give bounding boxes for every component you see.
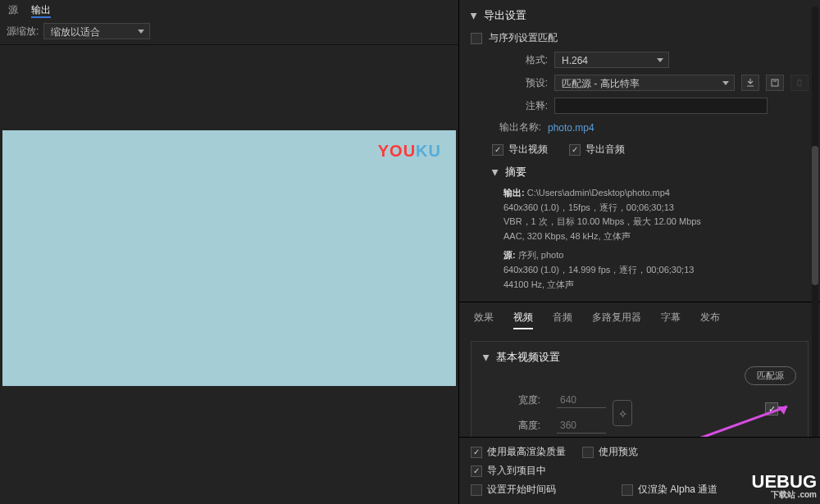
chevron-down-icon: ▶ [482,354,491,361]
match-sequence-row: 与序列设置匹配 [459,28,820,48]
use-preview-checkbox[interactable] [582,447,594,458]
export-audio-checkbox[interactable] [569,144,581,156]
export-av-row: 导出视频 导出音频 [459,138,820,161]
import-project-label: 导入到项目中 [487,464,546,478]
width-label: 宽度: [483,393,540,407]
chevron-down-icon: ▶ [470,12,479,19]
preset-select[interactable]: 匹配源 - 高比特率 [554,75,735,91]
format-select[interactable]: H.264 [554,52,669,68]
export-video-checkbox[interactable] [492,144,503,156]
comment-input[interactable] [554,98,768,114]
chevron-down-icon: ▶ [491,169,500,175]
settings-tabs: 效果 视频 音频 多路复用器 字幕 发布 [459,302,820,334]
preview-frame: YOUKU [2,130,456,386]
scrollbar[interactable] [812,7,818,465]
match-sequence-label: 与序列设置匹配 [489,31,558,45]
zoom-row: 源缩放: 缩放以适合 [0,18,458,45]
import-preset-icon[interactable] [766,75,784,91]
tab-mux[interactable]: 多路复用器 [592,311,641,329]
preset-row: 预设: 匹配源 - 高比特率 [459,71,820,94]
export-panel: ▶ 导出设置 与序列设置匹配 格式: H.264 预设: 匹配源 - 高比特率 [459,0,820,504]
tab-source[interactable]: 源 [8,3,18,18]
height-input[interactable]: 360 [557,418,606,434]
zoom-label: 源缩放: [7,25,39,39]
svg-rect-0 [772,79,778,86]
output-name-link[interactable]: photo.mp4 [548,122,594,134]
comment-label: 注释: [508,99,548,113]
start-tc-checkbox[interactable] [471,484,482,496]
format-row: 格式: H.264 [459,48,820,71]
delete-preset-icon [790,75,809,91]
basic-video-title: 基本视频设置 [496,350,560,365]
zoom-select[interactable]: 缩放以适合 [43,23,150,39]
start-tc-label: 设置开始时间码 [487,483,556,497]
dimensions-match-checkbox[interactable] [765,402,778,415]
tab-video[interactable]: 视频 [513,311,533,329]
export-settings-header[interactable]: ▶ 导出设置 [459,0,820,28]
bottom-options: 使用最高渲染质量 使用预览 导入到项目中 设置开始时间码 [459,437,820,504]
tab-effects[interactable]: 效果 [474,311,494,329]
max-render-checkbox[interactable] [471,447,482,458]
preset-label: 预设: [508,76,548,90]
tab-caption[interactable]: 字幕 [661,311,681,329]
youku-watermark: YOUKU [378,142,441,161]
output-name-row: 输出名称: photo.mp4 [459,117,820,138]
output-name-label: 输出名称: [494,120,541,134]
tab-output[interactable]: 输出 [31,3,51,18]
alpha-only-checkbox[interactable] [622,484,633,496]
width-input[interactable]: 640 [557,393,606,408]
summary-header[interactable]: ▶ 摘要 [459,161,820,184]
preview-area: YOUKU [0,45,458,504]
source-panel: 源 输出 源缩放: 缩放以适合 YOUKU [0,0,459,504]
summary-source: 源: 序列, photo 640x360 (1.0)，14.999 fps，逐行… [459,247,820,295]
height-label: 高度: [483,419,540,433]
tab-publish[interactable]: 发布 [700,311,720,329]
use-preview-label: 使用预览 [599,445,638,459]
export-audio-label: 导出音频 [585,143,625,157]
comment-row: 注释: [459,94,820,117]
match-sequence-checkbox[interactable] [471,33,482,44]
match-source-button[interactable]: 匹配源 [745,366,796,385]
export-video-label: 导出视频 [508,143,548,157]
format-label: 格式: [508,53,548,67]
max-render-label: 使用最高渲染质量 [487,445,566,459]
save-preset-icon[interactable] [741,75,759,91]
tab-audio[interactable]: 音频 [553,311,572,329]
link-dimensions-icon[interactable]: ⟡ [613,400,632,426]
source-tabs: 源 输出 [0,0,458,18]
alpha-only-label: 仅渲染 Alpha 通道 [638,483,718,497]
import-project-checkbox[interactable] [471,465,482,477]
summary-output: 输出: C:\Users\admin\Desktop\photo.mp4 640… [459,184,820,247]
